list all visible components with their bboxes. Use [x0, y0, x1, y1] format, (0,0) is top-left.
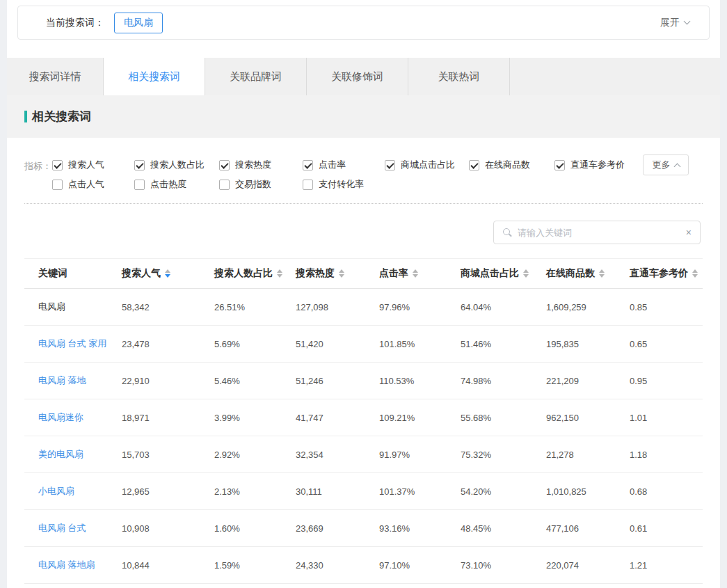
cell: 93.16%	[379, 523, 461, 534]
checkbox-mall-click-share[interactable]: 商城点击占比	[385, 159, 469, 171]
table-row: 电风扇 落地 22,910 5.46% 51,246 110.53% 74.98…	[24, 363, 703, 399]
keyword-link[interactable]: 电风扇 落地扇	[38, 559, 122, 571]
checkbox-label: 支付转化率	[319, 178, 364, 191]
column-header-ztc-reference-price[interactable]: 直通车参考价	[630, 267, 703, 280]
checkbox-online-products[interactable]: 在线商品数	[469, 159, 554, 171]
checkbox-click-heat[interactable]: 点击热度	[134, 178, 219, 191]
sort-icon	[277, 269, 282, 278]
cell: 48.45%	[461, 523, 546, 534]
cell: 23,669	[296, 523, 379, 534]
cell: 97.10%	[379, 560, 461, 571]
expand-button[interactable]: 展开	[660, 17, 689, 29]
cell: 1.18	[630, 450, 703, 460]
keyword-link[interactable]: 电风扇 落地	[38, 374, 122, 387]
current-search-card: 当前搜索词： 电风扇 展开	[17, 6, 710, 40]
checkbox-label: 交易指数	[235, 178, 271, 191]
cell: 18,971	[122, 413, 214, 423]
cell: 64.04%	[461, 302, 546, 312]
tab-hot-words[interactable]: 关联热词	[408, 58, 510, 95]
cell: 220,074	[546, 560, 630, 571]
cell: 21,278	[546, 450, 630, 460]
clear-icon[interactable]: ×	[682, 227, 692, 238]
column-header-search-heat[interactable]: 搜索热度	[296, 267, 379, 280]
keyword-link[interactable]: 小电风扇	[38, 485, 122, 498]
tab-modifier-words[interactable]: 关联修饰词	[307, 58, 408, 95]
keyword-search-input[interactable]	[518, 228, 682, 238]
cell: 5.46%	[214, 376, 296, 386]
keyword-link[interactable]: 美的电风扇	[38, 448, 122, 461]
table-row: 电风扇 落地扇 10,844 1.59% 24,330 97.10% 73.10…	[24, 547, 703, 584]
checkbox-transaction-index[interactable]: 交易指数	[219, 178, 303, 191]
more-button[interactable]: 更多	[643, 154, 689, 175]
checkbox-click-popularity[interactable]: 点击人气	[52, 178, 134, 191]
cell: 10,844	[122, 560, 214, 571]
cell: 0.95	[630, 376, 703, 386]
tab-bar-filler	[510, 58, 720, 95]
column-header-searcher-share[interactable]: 搜索人数占比	[214, 267, 296, 280]
column-header-mall-click-share[interactable]: 商城点击占比	[461, 267, 546, 280]
column-header-click-rate[interactable]: 点击率	[379, 267, 461, 280]
cell: 0.65	[630, 339, 703, 349]
cell: 195,835	[546, 339, 630, 349]
cell: 2.13%	[214, 486, 296, 497]
cell: 54.20%	[461, 486, 546, 497]
section-header: 相关搜索词	[7, 95, 720, 138]
checkbox-label: 在线商品数	[485, 159, 530, 171]
cell: 2.92%	[214, 450, 296, 460]
keyword-search-box: ×	[493, 221, 701, 244]
checkbox-label: 点击热度	[150, 178, 186, 191]
tab-brand-words[interactable]: 关联品牌词	[205, 58, 307, 95]
cell: 41,747	[296, 413, 379, 423]
filters-label: 指标：	[24, 159, 52, 191]
checkbox-search-popularity[interactable]: 搜索人气	[52, 159, 134, 171]
table-row: 电风扇 58,342 26.51% 127,098 97.96% 64.04% …	[24, 289, 703, 326]
cell: 73.10%	[461, 560, 546, 571]
cell: 12,965	[122, 486, 214, 497]
checkbox-label: 搜索人气	[68, 159, 104, 171]
checkbox-click-rate[interactable]: 点击率	[303, 159, 385, 171]
filter-row-1: 搜索人气 搜索人数占比 搜索热度 点击率	[52, 159, 703, 171]
cell: 1,010,825	[546, 486, 630, 497]
checkbox-icon	[134, 160, 145, 170]
cell: 75.32%	[461, 450, 546, 460]
tab-search-term-detail[interactable]: 搜索词详情	[7, 58, 104, 95]
keyword-link[interactable]: 电风扇 台式	[38, 522, 122, 534]
table-row: 电风扇 台式 10,908 1.60% 23,669 93.16% 48.45%…	[24, 510, 703, 547]
cell: 101.37%	[379, 486, 461, 497]
search-icon	[502, 228, 512, 237]
topbar: 当前搜索词： 电风扇 展开	[7, 0, 720, 40]
column-header-keyword: 关键词	[38, 267, 122, 280]
section-title: 相关搜索词	[32, 109, 91, 125]
keyword-link[interactable]: 电风扇迷你	[38, 411, 122, 424]
checkbox-icon	[385, 160, 395, 170]
checkbox-searcher-share[interactable]: 搜索人数占比	[134, 159, 219, 171]
checkbox-icon	[469, 160, 479, 170]
sort-icon	[692, 269, 698, 278]
table-row: 电风扇 台式 家用 23,478 5.69% 51,420 101.85% 51…	[24, 326, 703, 363]
checkbox-icon	[52, 180, 63, 190]
cell: 477,106	[546, 523, 630, 534]
cell: 30,111	[296, 486, 379, 497]
checkbox-payment-conversion[interactable]: 支付转化率	[303, 178, 385, 191]
tab-related-search-words[interactable]: 相关搜索词	[104, 58, 205, 95]
cell: 58,342	[122, 302, 214, 312]
table-row: 电风扇迷你 18,971 3.99% 41,747 109.21% 55.68%…	[24, 399, 703, 436]
cell: 74.98%	[461, 376, 546, 386]
current-search-term-tag[interactable]: 电风扇	[114, 13, 163, 33]
cell: 1.60%	[214, 523, 296, 534]
column-header-search-popularity[interactable]: 搜索人气	[122, 267, 214, 280]
more-label: 更多	[653, 159, 671, 171]
cell: 110.53%	[379, 376, 461, 386]
keyword-link[interactable]: 电风扇 台式 家用	[38, 337, 122, 350]
checkbox-label: 点击率	[319, 159, 346, 171]
sort-icon	[599, 269, 605, 278]
column-header-online-products[interactable]: 在线商品数	[546, 267, 630, 280]
cell: 32,354	[296, 450, 379, 460]
checkbox-label: 直通车参考价	[570, 159, 625, 171]
cell: 3.99%	[214, 413, 296, 423]
filter-row-2: 点击人气 点击热度 交易指数 支付转化率	[52, 178, 703, 191]
cell: 109.21%	[379, 413, 461, 423]
checkbox-icon	[303, 180, 313, 190]
checkbox-search-heat[interactable]: 搜索热度	[219, 159, 303, 171]
cell: 91.97%	[379, 450, 461, 460]
